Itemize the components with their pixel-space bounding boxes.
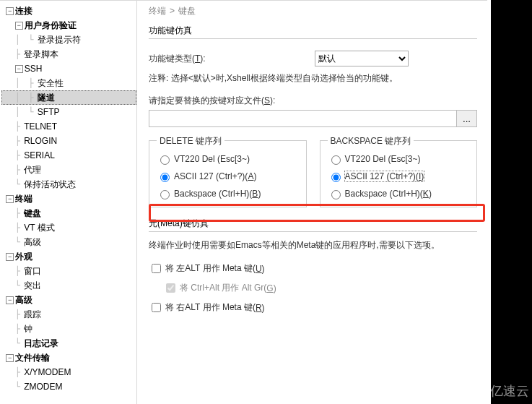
settings-tree[interactable]: −连接 −用户身份验证 │ └ 登录提示符 ├ 登录脚本 −SSH │ ├ 安全… [0, 1, 137, 404]
tree-node-serial[interactable]: ├ SERIAL [1, 148, 136, 163]
watermark: 亿速云 [471, 382, 529, 400]
tree-node-highlight[interactable]: └ 突出 [1, 278, 136, 293]
tree-node-login-prompt[interactable]: │ └ 登录提示符 [1, 33, 136, 47]
meta-right-alt-checkbox[interactable]: 将 右ALT 用作 Meta 键(R) [149, 301, 477, 314]
tree-node-security[interactable]: │ ├ 安全性 [1, 76, 136, 90]
delete-group-title: DELETE 键序列 [157, 135, 224, 147]
right-black-strip [491, 0, 532, 404]
delete-opt-ascii127[interactable]: ASCII 127 (Ctrl+?)(A) [157, 171, 299, 182]
group-meta-title: 元(Meta)键仿真 [149, 218, 477, 230]
replace-file-input[interactable] [149, 110, 457, 127]
tree-node-window[interactable]: ├ 窗口 [1, 264, 136, 278]
tree-node-filetransfer[interactable]: −文件传输 [1, 351, 136, 365]
tree-node-advanced[interactable]: −高级 [1, 293, 136, 307]
delete-opt-vt220[interactable]: VT220 Del (Esc[3~) [157, 153, 299, 165]
tree-node-appearance[interactable]: −外观 [1, 249, 136, 264]
tree-node-connection[interactable]: −连接 [1, 4, 136, 18]
backspace-opt-backspace[interactable]: Backspace (Ctrl+H)(K) [328, 188, 470, 199]
meta-left-alt-checkbox[interactable]: 将 左ALT 用作 Meta 键(U) [149, 262, 477, 275]
backspace-opt-vt220[interactable]: VT220 Del (Esc[3~) [328, 153, 470, 165]
tree-node-tunnel[interactable]: │ ├ 隧道 [1, 90, 136, 105]
group-fnkey: 功能键类型(T): 默认 注释: 选择<默认>时,Xshell根据终端类型自动选… [149, 38, 477, 133]
meta-altgr-checkbox: 将 Ctrl+Alt 用作 Alt Gr(G) [163, 281, 477, 295]
fnkey-note: 注释: 选择<默认>时,Xshell根据终端类型自动选择恰当的功能键。 [149, 72, 477, 85]
tree-node-zmodem[interactable]: └ ZMODEM [1, 379, 136, 394]
browse-button[interactable]: ... [457, 110, 477, 127]
group-meta: 终端作业时使用需要如Emacs等相关的Meta键的应用程序时,需要以下选项。 将… [149, 231, 477, 320]
tree-node-vtmode[interactable]: ├ VT 模式 [1, 220, 136, 235]
breadcrumb: 终端>键盘 [149, 5, 477, 17]
tree-node-auth[interactable]: −用户身份验证 [1, 18, 136, 33]
tree-node-bell[interactable]: ├ 钟 [1, 322, 136, 336]
fnkey-type-select[interactable]: 默认 [315, 51, 409, 66]
tree-node-ssh[interactable]: −SSH [1, 61, 136, 76]
fnkey-type-label: 功能键类型(T): [149, 53, 315, 65]
cloud-icon [471, 386, 487, 396]
tree-node-term-adv[interactable]: └ 高级 [1, 235, 136, 249]
backspace-opt-ascii127[interactable]: ASCII 127 (Ctrl+?)(I) [328, 171, 470, 182]
tree-node-trace[interactable]: ├ 跟踪 [1, 307, 136, 322]
backspace-group-title: BACKSPACE 键序列 [328, 135, 414, 147]
tree-node-keepalive[interactable]: └ 保持活动状态 [1, 177, 136, 192]
replace-file-label: 请指定要替换的按键对应文件(S): [149, 95, 477, 107]
tree-node-terminal[interactable]: −终端 [1, 192, 136, 206]
settings-panel: 终端>键盘 功能键仿真 功能键类型(T): 默认 注释: 选择<默认>时,Xsh… [137, 1, 487, 404]
tree-node-proxy[interactable]: ├ 代理 [1, 163, 136, 177]
tree-node-sftp[interactable]: │ └ SFTP [1, 105, 136, 119]
tree-node-login-script[interactable]: ├ 登录脚本 [1, 47, 136, 61]
delete-opt-backspace[interactable]: Backspace (Ctrl+H)(B) [157, 188, 299, 199]
tree-node-logging[interactable]: └ 日志记录 [1, 336, 136, 351]
backspace-group: BACKSPACE 键序列 VT220 Del (Esc[3~) ASCII 1… [320, 140, 478, 207]
delete-group: DELETE 键序列 VT220 Del (Esc[3~) ASCII 127 … [149, 140, 307, 207]
tree-node-rlogin[interactable]: ├ RLOGIN [1, 134, 136, 148]
meta-desc: 终端作业时使用需要如Emacs等相关的Meta键的应用程序时,需要以下选项。 [149, 239, 477, 252]
tree-node-telnet[interactable]: ├ TELNET [1, 119, 136, 134]
group-fnkey-title: 功能键仿真 [149, 25, 477, 37]
tree-node-xymodem[interactable]: ├ X/YMODEM [1, 365, 136, 379]
tree-node-keyboard[interactable]: ├ 键盘 [1, 206, 136, 220]
